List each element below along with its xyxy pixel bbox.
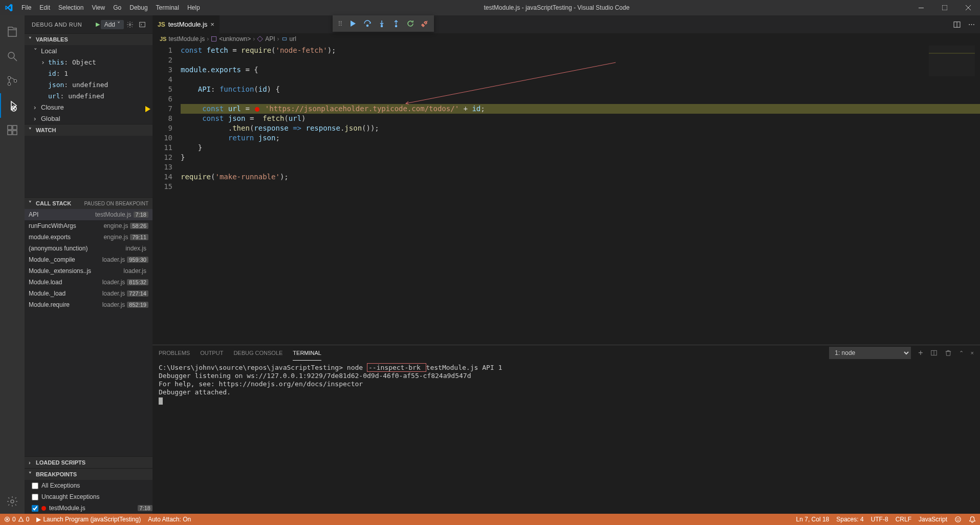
svg-rect-18	[282, 38, 287, 40]
close-panel-icon[interactable]: ×	[971, 350, 974, 356]
close-tab-icon[interactable]: ×	[210, 20, 214, 28]
scope-local[interactable]: ˅Local	[25, 45, 153, 56]
breadcrumb-item[interactable]: API	[257, 35, 275, 43]
watch-header[interactable]: ˅ WATCH	[25, 124, 153, 136]
panel-tab-output[interactable]: OUTPUT	[200, 345, 223, 361]
menu-selection[interactable]: Selection	[54, 0, 88, 15]
panel-tab-problems[interactable]: PROBLEMS	[159, 345, 190, 361]
status-encoding[interactable]: UTF-8	[871, 516, 888, 523]
breakpoint-row[interactable]: Uncaught Exceptions	[25, 491, 153, 502]
variable-row[interactable]: json: undefined	[25, 79, 153, 90]
vscode-icon	[0, 4, 17, 12]
stack-frame[interactable]: runFuncWithArgsengine.js58:26	[25, 220, 153, 232]
menu-terminal[interactable]: Terminal	[152, 0, 183, 15]
status-eol[interactable]: CRLF	[896, 516, 911, 523]
variable-row[interactable]: ›this: Object	[25, 56, 153, 68]
stack-frame[interactable]: APItestModule.js7:18	[25, 209, 153, 220]
more-actions-icon[interactable]: ⋯	[968, 20, 975, 28]
svg-rect-7	[8, 125, 12, 130]
status-errors[interactable]: 0 0	[4, 516, 29, 523]
status-auto-attach[interactable]: Auto Attach: On	[148, 516, 191, 523]
stack-frame[interactable]: (anonymous function)index.js	[25, 243, 153, 254]
step-over-button[interactable]	[360, 16, 375, 31]
menu-debug[interactable]: Debug	[125, 0, 151, 15]
callstack-header[interactable]: ˅ CALL STACK PAUSED ON BREAKPOINT	[25, 198, 153, 209]
debug-console-icon[interactable]	[136, 21, 148, 28]
editor-area: JS testModule.js × ⋯ JStestModule.js›<un…	[153, 15, 980, 514]
loaded-scripts-header[interactable]: › LOADED SCRIPTS	[25, 457, 153, 468]
new-terminal-icon[interactable]: +	[918, 348, 923, 358]
status-position[interactable]: Ln 7, Col 18	[796, 516, 830, 523]
scope-global[interactable]: ›Global	[25, 113, 153, 124]
maximize-button[interactable]	[933, 0, 956, 15]
variables-header[interactable]: ˅ VARIABLES	[25, 34, 153, 45]
notifications-icon[interactable]	[969, 516, 976, 523]
status-language[interactable]: JavaScript	[919, 516, 947, 523]
menu-edit[interactable]: Edit	[35, 0, 54, 15]
stack-frame[interactable]: Module.requireloader.js852:19	[25, 299, 153, 310]
gear-icon[interactable]	[124, 21, 136, 28]
menu-view[interactable]: View	[88, 0, 109, 15]
svg-rect-1	[942, 5, 947, 10]
disconnect-button[interactable]	[418, 16, 432, 31]
stack-frame[interactable]: module.exportsengine.js79:11	[25, 232, 153, 243]
variable-row[interactable]: url: undefined	[25, 90, 153, 101]
drag-handle-icon[interactable]: ⠿	[335, 20, 346, 28]
js-file-icon: JS	[158, 21, 165, 28]
breadcrumb-item[interactable]: url	[281, 35, 296, 43]
menu-file[interactable]: File	[17, 0, 35, 15]
breakpoints-header[interactable]: ˅ BREAKPOINTS	[25, 469, 153, 480]
scope-closure[interactable]: ›Closure	[25, 101, 153, 113]
minimap[interactable]	[929, 46, 975, 76]
activity-scm[interactable]	[0, 69, 25, 93]
breakpoint-row[interactable]: All Exceptions	[25, 480, 153, 491]
chevron-down-icon: ˅	[117, 21, 120, 28]
activity-debug[interactable]	[0, 93, 25, 118]
stack-frame[interactable]: Module._compileloader.js959:30	[25, 254, 153, 265]
status-spaces[interactable]: Spaces: 4	[836, 516, 863, 523]
svg-point-11	[11, 500, 14, 503]
close-button[interactable]	[956, 0, 980, 15]
panel-tab-terminal[interactable]: TERMINAL	[293, 345, 321, 361]
feedback-icon[interactable]	[954, 516, 962, 523]
debug-toolbar[interactable]: ⠿	[333, 15, 434, 32]
editor-tab[interactable]: JS testModule.js ×	[153, 15, 220, 33]
panel-tab-debug-console[interactable]: DEBUG CONSOLE	[233, 345, 282, 361]
terminal-selector[interactable]: 1: node	[829, 347, 911, 359]
stack-frame[interactable]: Module.loadloader.js815:32	[25, 277, 153, 288]
breadcrumb-item[interactable]: JStestModule.js	[160, 35, 205, 43]
editor-actions: ⋯	[948, 15, 980, 33]
split-terminal-icon[interactable]	[930, 349, 938, 356]
titlebar: FileEditSelectionViewGoDebugTerminalHelp…	[0, 0, 980, 15]
step-into-button[interactable]	[375, 16, 389, 31]
breadcrumb[interactable]: JStestModule.js›<unknown>›API›url	[153, 33, 980, 45]
code-editor[interactable]: 123456789101112131415 const fetch = requ…	[153, 45, 980, 345]
continue-button[interactable]	[346, 16, 360, 31]
breakpoint-row[interactable]: testModule.js7:18	[25, 502, 153, 514]
status-launch[interactable]: ▶Launch Program (javaScriptTesting)	[36, 516, 141, 523]
debug-config-dropdown[interactable]: Add ˅	[101, 20, 124, 29]
stack-frame[interactable]: Module._loadloader.js727:14	[25, 288, 153, 299]
menu-help[interactable]: Help	[183, 0, 204, 15]
menu-go[interactable]: Go	[109, 0, 125, 15]
kill-terminal-icon[interactable]	[945, 349, 952, 356]
restart-button[interactable]	[403, 16, 418, 31]
activity-explorer[interactable]	[0, 19, 25, 44]
svg-point-2	[8, 52, 14, 58]
breadcrumb-item[interactable]: <unknown>	[211, 35, 251, 43]
maximize-panel-icon[interactable]: ⌃	[959, 350, 964, 356]
debug-sidebar: DEBUG AND RUN ▶ Add ˅ ˅ VARIABLES ˅Local…	[25, 15, 153, 514]
svg-point-28	[959, 519, 959, 519]
loaded-scripts-section: › LOADED SCRIPTS	[25, 456, 153, 468]
activity-search[interactable]	[0, 44, 25, 69]
minimize-button[interactable]	[909, 0, 933, 15]
activity-extensions[interactable]	[0, 118, 25, 142]
stack-frame[interactable]: Module._extensions..jsloader.js	[25, 265, 153, 277]
terminal-output[interactable]: C:\Users\johnv\source\repos\javaScriptTe…	[153, 361, 980, 514]
svg-rect-16	[212, 37, 216, 41]
activity-settings[interactable]	[0, 489, 25, 514]
variable-row[interactable]: id: 1	[25, 68, 153, 79]
step-out-button[interactable]	[389, 16, 403, 31]
start-debug-icon[interactable]: ▶	[96, 21, 100, 28]
split-editor-icon[interactable]	[953, 20, 961, 29]
